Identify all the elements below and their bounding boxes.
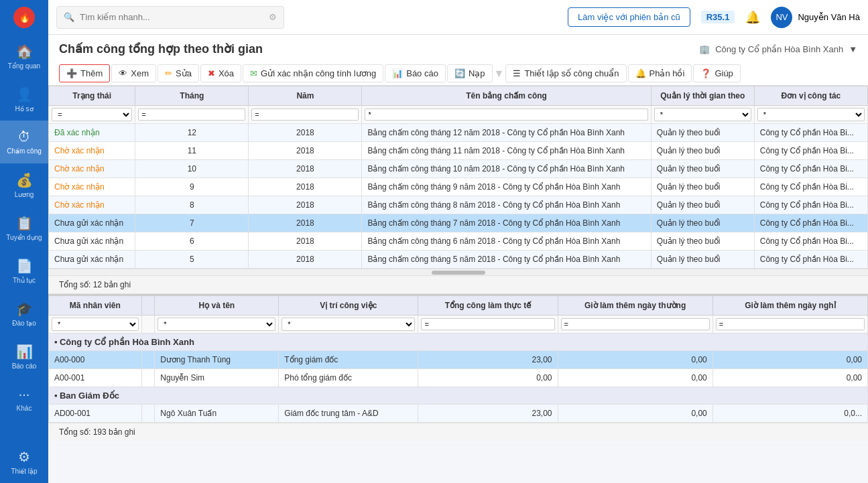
cell-quan-ly: Quản lý theo buổi (651, 251, 754, 269)
phan-hoi-label: Phản hồi (649, 68, 685, 78)
thiet-lap-cong-button[interactable]: ☰ Thiết lập số công chuẩn (505, 64, 626, 82)
help-icon: ❓ (700, 68, 711, 78)
delete-icon: ✖ (208, 68, 215, 78)
sidebar-item-cham-cong[interactable]: ⏱ Chấm công (0, 121, 48, 163)
add-icon: ➕ (66, 68, 77, 78)
table-row[interactable]: Đã xác nhận 12 2018 Bảng chấm công tháng… (49, 124, 868, 142)
cell-vi-tri: Phó tổng giám đốc (279, 369, 418, 387)
group-header-2: ▪ Ban Giám Đốc (49, 387, 868, 405)
cell-trang-thai: Chưa gửi xác nhận (49, 251, 135, 269)
upper-scrollbar[interactable] (48, 269, 868, 275)
gui-xac-nhan-button[interactable]: ✉ Gửi xác nhận công tính lương (243, 64, 383, 82)
xoa-button[interactable]: ✖ Xóa (200, 64, 241, 82)
table-row[interactable]: A00-000 Dương Thanh Tùng Tổng giám đốc 2… (49, 351, 868, 369)
filter-ho-ten-select[interactable]: * (158, 318, 275, 331)
col-gio-nghi: Giờ làm thêm ngày nghỉ (712, 296, 867, 316)
sidebar-item-bao-cao[interactable]: 📊 Báo cáo (0, 335, 48, 378)
filter-tong-cong[interactable] (418, 316, 558, 334)
cell-tong-cong: 0,00 (418, 369, 558, 387)
filter-quan-ly-select[interactable]: * (654, 108, 751, 121)
table-row[interactable]: Chưa gửi xác nhận 7 2018 Bảng chấm công … (49, 214, 868, 232)
col-ma-nv: Mã nhân viên (49, 296, 142, 316)
filter-ten-bang-input[interactable] (365, 109, 647, 121)
filter-don-vi[interactable]: * (754, 106, 867, 124)
cell-flag (141, 405, 155, 423)
logo-icon: 🔥 (13, 7, 35, 28)
old-version-button[interactable]: Làm việc với phiên bản cũ (568, 7, 690, 27)
table-row[interactable]: AD00-001 Ngô Xuân Tuấn Giám đốc trung tâ… (49, 405, 868, 423)
filter-ten-bang[interactable] (362, 106, 651, 124)
filter-row-upper: = * (49, 106, 868, 124)
xem-button[interactable]: 👁 Xem (111, 64, 156, 82)
filter-don-vi-select[interactable]: * (757, 108, 865, 121)
table-row[interactable]: Chờ xác nhận 9 2018 Bảng chấm công tháng… (49, 178, 868, 196)
table-row[interactable]: Chờ xác nhận 10 2018 Bảng chấm công thán… (49, 160, 868, 178)
bao-cao-button[interactable]: 📊 Báo cáo (385, 64, 446, 82)
sidebar-item-dao-tao[interactable]: 🎓 Đào tạo (0, 292, 48, 335)
cell-quan-ly: Quản lý theo buổi (651, 196, 754, 214)
filter-nam[interactable] (249, 106, 362, 124)
main-area: 🔍 ⚙ Làm việc với phiên bản cũ R35.1 🔔 NV… (48, 0, 868, 483)
sidebar-item-tuyen-dung[interactable]: 📋 Tuyển dụng (0, 206, 48, 249)
notification-bell-icon[interactable]: 🔔 (745, 10, 760, 25)
filter-nam-input[interactable] (251, 109, 359, 121)
cell-nam: 2018 (249, 251, 362, 269)
content-area: Chấm công tổng hợp theo thời gian 🏢 Công… (48, 35, 868, 483)
filter-ho-ten[interactable]: * (155, 316, 279, 334)
them-button[interactable]: ➕ Thêm (59, 64, 110, 82)
cell-vi-tri: Tổng giám đốc (279, 351, 418, 369)
filter-thang[interactable] (135, 106, 249, 124)
search-box[interactable]: 🔍 ⚙ (56, 6, 284, 29)
user-area[interactable]: NV Nguyễn Văn Hà (771, 7, 860, 28)
cell-nam: 2018 (249, 142, 362, 160)
table-row[interactable]: Chưa gửi xác nhận 6 2018 Bảng chấm công … (49, 232, 868, 251)
sidebar-item-tong-quan[interactable]: 🏠 Tổng quan (0, 35, 48, 78)
search-input[interactable] (80, 12, 263, 22)
filter-gio-nghi[interactable] (712, 316, 867, 334)
cell-gio-nghi: 0,00 (712, 369, 867, 387)
filter-tong-cong-input[interactable] (421, 318, 554, 330)
giup-button[interactable]: ❓ Giúp (693, 64, 740, 82)
table-row[interactable]: A00-001 Nguyễn Sim Phó tổng giám đốc 0,0… (49, 369, 868, 387)
giup-label: Giúp (715, 68, 733, 78)
sua-button[interactable]: ✏ Sửa (158, 64, 199, 82)
nap-button[interactable]: 🔄 Nạp (447, 64, 493, 82)
page-title-row: Chấm công tổng hợp theo thời gian 🏢 Công… (59, 42, 857, 56)
table-row[interactable]: Chưa gửi xác nhận 5 2018 Bảng chấm công … (49, 251, 868, 269)
filter-ma-nv-select[interactable]: * (52, 318, 139, 331)
col-vi-tri: Vị trí công việc (279, 296, 418, 316)
cell-trang-thai: Chờ xác nhận (49, 196, 135, 214)
sidebar-item-ho-so[interactable]: 👤 Hồ sơ (0, 78, 48, 121)
sidebar-item-khac[interactable]: ··· Khác (0, 378, 48, 421)
filter-vi-tri-select[interactable]: * (282, 318, 415, 331)
filter-ma-nv[interactable]: * (49, 316, 142, 334)
cell-don-vi: Công ty Cổ phần Hòa Bi... (754, 214, 867, 232)
filter-vi-tri[interactable]: * (279, 316, 418, 334)
topbar: 🔍 ⚙ Làm việc với phiên bản cũ R35.1 🔔 NV… (48, 0, 868, 35)
cell-thang: 8 (135, 196, 249, 214)
filter-trang-thai-select[interactable]: = (52, 108, 132, 121)
sidebar-item-thiet-lap[interactable]: ⚙ Thiết lập (0, 440, 48, 483)
filter-thang-input[interactable] (138, 109, 245, 121)
phan-hoi-button[interactable]: 🔔 Phản hồi (628, 64, 692, 82)
filter-gio-nghi-input[interactable] (716, 318, 865, 330)
sidebar-item-thu-tuc[interactable]: 📄 Thủ tục (0, 249, 48, 292)
sidebar-item-luong[interactable]: 💰 Lương (0, 163, 48, 206)
col-thang: Tháng (135, 86, 249, 106)
filter-trang-thai[interactable]: = (49, 106, 135, 124)
company-selector[interactable]: 🏢 Công ty Cổ phần Hòa Bình Xanh ▼ (699, 44, 857, 54)
filter-quan-ly[interactable]: * (651, 106, 754, 124)
filter-gio-thuong-input[interactable] (561, 318, 710, 330)
group-header-1: ▪ Công ty Cổ phần Hòa Bình Xanh (49, 334, 868, 351)
group-expand-icon[interactable]: ▪ (54, 337, 58, 347)
table-row[interactable]: Chờ xác nhận 8 2018 Bảng chấm công tháng… (49, 196, 868, 214)
edit-icon: ✏ (165, 68, 172, 78)
cell-ten-bang: Bảng chấm công tháng 12 năm 2018 - Công … (362, 124, 651, 142)
table-row[interactable]: Chờ xác nhận 11 2018 Bảng chấm công thán… (49, 142, 868, 160)
cell-nam: 2018 (249, 232, 362, 251)
user-name: Nguyễn Văn Hà (798, 12, 860, 22)
money-icon: 💰 (16, 172, 33, 188)
cell-flag (141, 369, 155, 387)
group-expand-icon-2[interactable]: ▪ (54, 391, 58, 401)
filter-gio-thuong[interactable] (558, 316, 712, 334)
